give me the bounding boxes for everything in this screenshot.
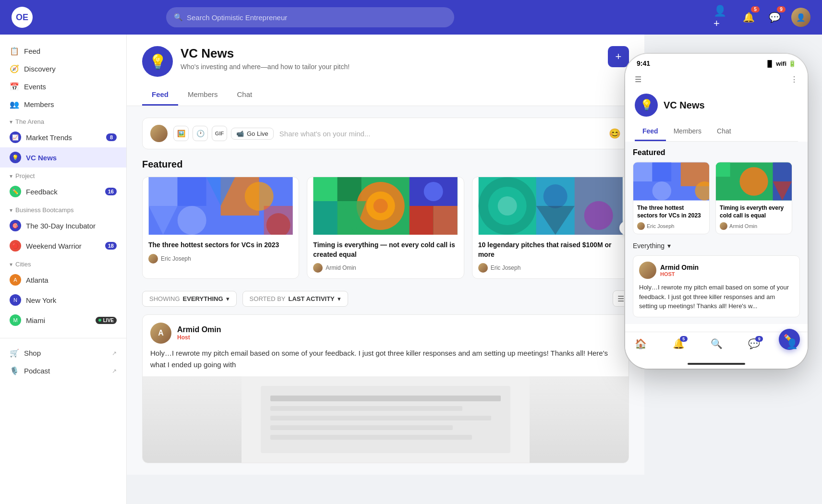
mobile-more-button[interactable]: ⋮ — [790, 75, 798, 84]
battery-icon: 🔋 — [788, 60, 796, 67]
section-the-arena[interactable]: ▾ The Arena — [0, 113, 126, 127]
home-indicator — [625, 359, 808, 369]
mobile-author-avatar-2 — [720, 222, 727, 230]
mobile-nav-search[interactable]: 🔍 — [711, 338, 723, 349]
showing-filter[interactable]: SHOWING EVERYTHING ▾ — [142, 291, 237, 307]
clock-button[interactable]: 🕐 — [193, 126, 208, 141]
mobile-nav-notifications[interactable]: 🔔 5 — [673, 338, 685, 349]
post-composer: 🖼️ 🕐 GIF 📹 Go Live Share what's on your … — [142, 118, 629, 149]
mobile-tab-chat[interactable]: Chat — [709, 122, 739, 141]
discovery-icon: 🧭 — [10, 64, 19, 73]
search-icon: 🔍 — [174, 13, 183, 22]
sidebar-item-feedback[interactable]: ✏️ Feedback 16 — [0, 181, 126, 202]
search-bar[interactable]: 🔍 Search Optimistic Entrepreneur — [166, 7, 454, 27]
user-avatar[interactable]: 👤 — [791, 8, 810, 27]
svg-point-18 — [424, 182, 443, 201]
message-icon: 💬 — [769, 12, 781, 23]
gif-button[interactable]: GIF — [212, 126, 227, 141]
sidebar-item-30-day[interactable]: 🎯 The 30-Day Incubator — [0, 216, 126, 236]
new-york-icon: N — [10, 294, 21, 306]
app-logo[interactable]: OE — [12, 7, 33, 28]
sidebar-item-shop[interactable]: 🛒 Shop ↗ — [0, 344, 126, 362]
sidebar: 📋 Feed 🧭 Discovery 📅 Events 👥 Members ▾ … — [0, 35, 127, 504]
mobile-group-header: 💡 VC News Feed Members Chat — [625, 88, 808, 142]
notifications-button[interactable]: 🔔 5 — [739, 8, 758, 26]
svg-rect-33 — [270, 396, 501, 401]
section-project[interactable]: ▾ Project — [0, 168, 126, 181]
add-friend-button[interactable]: 👤+ — [713, 8, 732, 26]
profile-bottom-icon: 👤 — [786, 338, 798, 349]
mobile-card-2[interactable]: Timing is everyth every cold call is equ… — [715, 162, 792, 234]
sidebar-item-members[interactable]: 👥 Members — [0, 96, 126, 113]
mobile-tab-members[interactable]: Members — [666, 122, 709, 141]
messages-button[interactable]: 💬 9 — [765, 8, 784, 26]
svg-rect-45 — [716, 162, 730, 177]
post-author-name: Armid Omin — [177, 325, 221, 334]
chevron-down-icon-4: ▾ — [10, 261, 12, 268]
group-logo: 💡 — [142, 46, 173, 77]
mobile-cards: The three hottest sectors for VCs in 202… — [633, 162, 800, 234]
composer-input[interactable]: Share what's on your mind... — [279, 130, 603, 138]
sidebar-item-weekend-warrior[interactable]: 🔴 Weekend Warrior 18 — [0, 236, 126, 256]
mobile-status-icons: ▐▌ wifi 🔋 — [765, 60, 796, 67]
mobile-menu-button[interactable]: ☰ — [635, 75, 641, 84]
tab-chat[interactable]: Chat — [228, 84, 262, 106]
emoji-button[interactable]: 😊 — [609, 128, 621, 139]
feed-filters: SHOWING EVERYTHING ▾ SORTED BY LAST ACTI… — [142, 290, 629, 307]
sidebar-item-miami[interactable]: M Miami LIVE — [0, 310, 126, 330]
featured-card-3[interactable]: 10 legendary pitches that raised $100M o… — [472, 177, 629, 279]
group-tabs: Feed Members Chat — [142, 84, 629, 106]
sidebar-item-feed[interactable]: 📋 Feed — [0, 42, 126, 60]
home-indicator-bar — [688, 363, 745, 365]
mobile-tab-feed[interactable]: Feed — [635, 122, 666, 141]
sidebar-item-discovery[interactable]: 🧭 Discovery — [0, 60, 126, 78]
sidebar-item-podcast[interactable]: 🎙️ Podcast ↗ — [0, 362, 126, 380]
author-avatar-3 — [478, 263, 488, 273]
mobile-nav-profile[interactable]: 👤 — [786, 338, 798, 349]
mobile-filter[interactable]: Everything ▾ — [633, 242, 800, 250]
section-cities[interactable]: ▾ Cities — [0, 256, 126, 270]
group-description: Who's investing and where—and how to tai… — [181, 63, 600, 71]
sidebar-item-atlanta[interactable]: A Atlanta — [0, 270, 126, 290]
svg-point-16 — [374, 199, 388, 213]
sidebar-item-events[interactable]: 📅 Events — [0, 78, 126, 96]
post-header: A Armid Omin Host — [143, 315, 629, 348]
svg-rect-39 — [633, 162, 653, 181]
top-navigation: OE 🔍 Search Optimistic Entrepreneur 👤+ 🔔… — [0, 0, 822, 35]
group-header: 💡 VC News Who's investing and where—and … — [127, 35, 644, 106]
mobile-frame: 9:41 ▐▌ wifi 🔋 ☰ ⋮ 💡 — [625, 54, 808, 369]
svg-rect-19 — [410, 206, 434, 235]
sidebar-item-new-york[interactable]: N New York — [0, 290, 126, 310]
mobile-nav-messages[interactable]: 💬 9 — [748, 338, 760, 349]
sorted-by-filter[interactable]: SORTED BY LAST ACTIVITY ▾ — [242, 291, 348, 307]
mobile-time: 9:41 — [637, 60, 650, 67]
sidebar-item-market-trends[interactable]: 📈 Market Trends 8 — [0, 127, 126, 147]
chevron-down-icon: ▾ — [10, 119, 12, 125]
author-avatar-2 — [313, 263, 323, 273]
section-business-bootcamps[interactable]: ▾ Business Bootcamps — [0, 202, 126, 216]
mobile-group-logo: 💡 — [635, 94, 658, 117]
card-title-2: Timing is everything — not every cold ca… — [313, 240, 458, 259]
featured-card-1[interactable]: The three hottest sectors for VCs in 202… — [142, 177, 299, 279]
featured-card-2[interactable]: Timing is everything — not every cold ca… — [307, 177, 464, 279]
post-card: A Armid Omin Host Holy…I rewrote my pitc… — [142, 314, 629, 463]
sidebar-item-vc-news[interactable]: 💡 VC News — [0, 147, 126, 168]
mobile-nav-bar: ☰ ⋮ — [625, 71, 808, 88]
mobile-card-image-2 — [716, 162, 792, 201]
svg-point-41 — [653, 181, 672, 201]
go-live-button[interactable]: 📹 Go Live — [231, 128, 274, 140]
add-group-button[interactable]: + — [608, 46, 629, 67]
home-icon: 🏠 — [635, 338, 647, 349]
svg-rect-11 — [314, 177, 338, 201]
mobile-post-avatar — [639, 262, 656, 279]
mobile-logo-icon: 💡 — [640, 99, 653, 111]
svg-point-27 — [543, 184, 567, 208]
tab-members[interactable]: Members — [178, 84, 228, 106]
image-upload-button[interactable]: 🖼️ — [173, 126, 189, 141]
mobile-card-1[interactable]: The three hottest sectors for VCs in 202… — [633, 162, 710, 234]
mobile-post-header: Armid Omin HOST — [639, 262, 794, 279]
mobile-nav-home[interactable]: 🏠 — [635, 338, 647, 349]
tab-feed[interactable]: Feed — [142, 84, 178, 106]
svg-rect-36 — [270, 425, 453, 430]
svg-rect-1 — [149, 177, 178, 206]
